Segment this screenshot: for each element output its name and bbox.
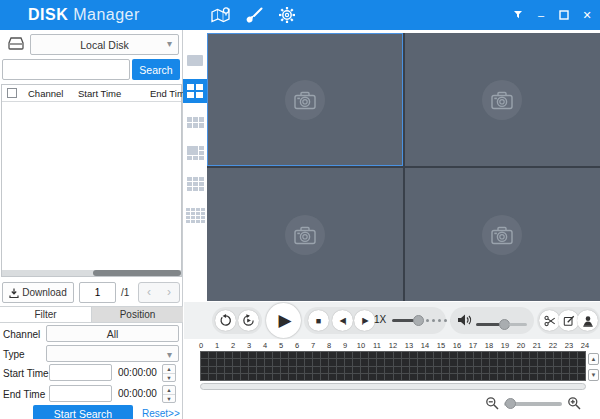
stop-button[interactable]: ■ xyxy=(308,310,329,331)
timeline-cell xyxy=(361,352,368,358)
person-icon[interactable] xyxy=(577,310,598,331)
channel-select[interactable]: All xyxy=(46,325,179,342)
map-icon[interactable] xyxy=(210,6,232,25)
layout-4-view-button[interactable] xyxy=(183,79,207,103)
snapshot-edit-icon[interactable] xyxy=(558,310,579,331)
layout-9-view-button[interactable] xyxy=(183,172,207,196)
start-search-button[interactable]: Start Search xyxy=(33,405,133,419)
timeline-hour-label: 13 xyxy=(405,341,413,350)
spin-up-icon[interactable]: ▲ xyxy=(163,365,175,374)
timeline-cell xyxy=(458,359,465,365)
reset-link[interactable]: Reset>> xyxy=(142,408,180,419)
brush-icon[interactable] xyxy=(245,6,264,25)
timeline-cell xyxy=(337,374,344,380)
timeline-up-button[interactable]: ▲ xyxy=(588,353,599,365)
start-date-input[interactable] xyxy=(49,364,112,381)
timeline-down-button[interactable]: ▼ xyxy=(588,369,599,381)
volume-slider[interactable] xyxy=(476,319,527,330)
search-button[interactable]: Search xyxy=(132,59,180,80)
next-frame-button[interactable]: |▶ xyxy=(354,310,375,331)
timeline-grid[interactable] xyxy=(200,351,586,381)
speed-slider[interactable] xyxy=(392,315,453,326)
timeline-cell xyxy=(482,359,489,365)
select-all-checkbox[interactable] xyxy=(7,88,17,98)
layout-1-view-button[interactable] xyxy=(183,48,207,72)
minimize-button[interactable]: – xyxy=(534,8,548,22)
video-cell[interactable] xyxy=(207,33,403,166)
timeline-cell xyxy=(466,352,473,358)
spin-down-icon[interactable]: ▼ xyxy=(163,395,175,403)
layout-16-view-button[interactable] xyxy=(183,203,207,227)
timeline-cell xyxy=(522,352,529,358)
timeline-hour-label: 9 xyxy=(343,341,347,350)
tab-position[interactable]: Position xyxy=(92,307,183,322)
scissors-icon[interactable] xyxy=(539,310,560,331)
timeline-cell xyxy=(490,374,497,380)
page-nav: ‹ › xyxy=(138,282,180,303)
spin-up-icon[interactable]: ▲ xyxy=(163,386,175,395)
layout-6-view-button[interactable] xyxy=(183,110,207,134)
type-select[interactable]: ▾ xyxy=(46,345,179,362)
timeline-cell xyxy=(217,359,224,365)
tab-filter[interactable]: Filter xyxy=(0,307,92,322)
video-cell[interactable] xyxy=(207,168,403,301)
maximize-button[interactable] xyxy=(557,8,571,22)
timeline-hour-label: 1 xyxy=(215,341,219,350)
timeline-hour-label: 7 xyxy=(311,341,315,350)
timeline-hour-label: 8 xyxy=(327,341,331,350)
timeline-cell xyxy=(466,374,473,380)
gear-icon[interactable] xyxy=(277,5,297,25)
timeline-zoom-thumb[interactable] xyxy=(505,398,516,409)
timeline-zoom-slider[interactable] xyxy=(504,402,562,406)
results-list[interactable] xyxy=(2,102,181,264)
end-time-value: 00:00:00 xyxy=(118,388,157,399)
timeline-cell xyxy=(353,374,360,380)
results-table-header: Channel Start Time End Time xyxy=(2,85,181,102)
page-input[interactable] xyxy=(79,282,116,303)
disk-select[interactable]: Local Disk ▾ xyxy=(30,34,179,55)
speed-slider-thumb[interactable] xyxy=(413,315,424,326)
download-button[interactable]: Download xyxy=(2,282,74,303)
horizontal-scrollbar[interactable] xyxy=(2,270,181,276)
close-button[interactable]: ✕ xyxy=(580,8,594,22)
video-cell[interactable] xyxy=(405,33,600,166)
end-date-input[interactable] xyxy=(49,385,112,402)
timeline-hour-label: 17 xyxy=(469,341,477,350)
play-button[interactable]: ▶ xyxy=(266,303,301,338)
timeline-cell xyxy=(514,367,521,373)
zoom-out-icon[interactable] xyxy=(485,396,499,412)
timeline-cell xyxy=(474,374,481,380)
timeline-cell xyxy=(570,367,577,373)
timeline-cell xyxy=(273,374,280,380)
timeline-cell xyxy=(498,374,505,380)
timeline-cell xyxy=(233,374,240,380)
disk-manager-window: DISK Manager – ✕ xyxy=(0,0,600,419)
replay-icon[interactable] xyxy=(238,310,259,331)
zoom-in-icon[interactable] xyxy=(567,396,581,412)
next-page-button[interactable]: › xyxy=(159,283,179,302)
timeline-cell xyxy=(201,367,208,373)
undo-icon[interactable] xyxy=(215,310,236,331)
pin-icon[interactable] xyxy=(511,8,525,22)
timeline-cell xyxy=(522,359,529,365)
timeline-cell xyxy=(394,367,401,373)
horizontal-scrollbar-thumb[interactable] xyxy=(93,270,181,276)
timeline-scrollbar[interactable] xyxy=(200,383,586,390)
timeline-cell xyxy=(570,359,577,365)
video-cell[interactable] xyxy=(405,168,600,301)
search-input[interactable] xyxy=(2,59,130,80)
timeline-cell xyxy=(538,352,545,358)
layout-8-view-button[interactable] xyxy=(183,141,207,165)
camera-icon xyxy=(482,215,522,255)
timeline-cell xyxy=(225,359,232,365)
timeline-hour-label: 21 xyxy=(533,341,541,350)
spin-down-icon[interactable]: ▼ xyxy=(163,374,175,382)
timeline-cell xyxy=(353,352,360,358)
prev-page-button[interactable]: ‹ xyxy=(139,283,159,302)
timeline-hour-label: 0 xyxy=(199,341,203,350)
prev-frame-button[interactable]: ◀| xyxy=(332,310,353,331)
timeline-cell xyxy=(410,352,417,358)
timeline-cell xyxy=(313,374,320,380)
timeline-cell xyxy=(265,359,272,365)
timeline-cell xyxy=(514,359,521,365)
